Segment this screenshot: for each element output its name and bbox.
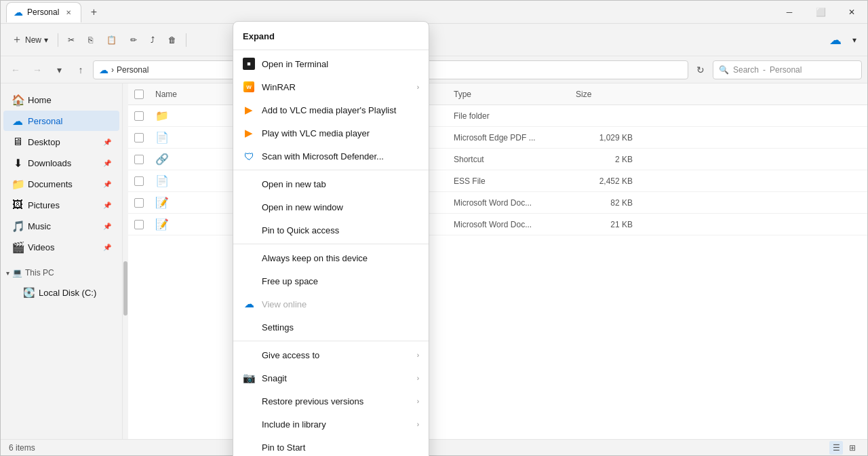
minimize-button[interactable]: ─ [774,1,805,24]
cm-defender[interactable]: 🛡 Scan with Microsoft Defender... [233,145,429,168]
close-button[interactable]: ✕ [836,1,867,24]
vlc-playlist-icon: ▶ [243,104,255,116]
search-icon: 🔍 [719,65,729,75]
grid-view-button[interactable]: ⊞ [846,441,859,455]
onedrive-toolbar-button[interactable]: ☁ [824,29,847,51]
cm-vlc-playlist[interactable]: ▶ Add to VLC media player's Playlist [233,98,429,121]
tab-close-button[interactable]: ✕ [63,7,74,18]
cm-always-keep[interactable]: Always keep on this device [233,246,429,269]
toolbar-more-button[interactable]: ▾ [847,29,862,51]
sidebar-item-videos[interactable]: 🎬 Videos 📌 [3,237,119,257]
share-button[interactable]: ⤴ [145,29,160,51]
header-checkbox-cell [128,90,150,99]
onedrive-icon: ☁ [12,115,24,128]
sidebar-item-personal[interactable]: ☁ Personal [3,111,119,131]
sidebar-item-music[interactable]: 🎵 Music 📌 [3,216,119,236]
sidebar-item-home[interactable]: 🏠 Home [3,90,119,110]
new-tab-button[interactable]: + [84,3,103,22]
paste-button[interactable]: 📋 [101,29,122,51]
refresh-button[interactable]: ↻ [691,60,710,79]
cm-open-new-window[interactable]: Open in new window [233,195,429,218]
cm-give-access[interactable]: Give access to › [233,343,429,366]
cm-settings-label: Settings [262,322,419,332]
paste-icon: 📋 [106,35,117,45]
file-type-5: Microsoft Word Doc... [448,198,570,208]
cut-button[interactable]: ✂ [62,29,80,51]
cm-pin-quick-access-label: Pin to Quick access [262,225,419,235]
cm-pin-start[interactable]: Pin to Start [233,436,429,456]
path-label: Personal [117,65,149,75]
terminal-icon: ■ [243,58,255,70]
cm-include-library[interactable]: Include in library › [233,413,429,436]
sidebar-item-desktop[interactable]: 🖥 Desktop 📌 [3,132,119,152]
cm-vlc-play[interactable]: ▶ Play with VLC media player [233,121,429,145]
copy-button[interactable]: ⎘ [83,29,98,51]
row-checkbox-5[interactable] [128,198,150,208]
sidebar: 🏠 Home ☁ Personal 🖥 Desktop 📌 ⬇ Download… [1,83,123,439]
sidebar-item-downloads[interactable]: ⬇ Downloads 📌 [3,153,119,173]
delete-button[interactable]: 🗑 [163,29,182,51]
vlc-play-icon: ▶ [243,127,255,139]
back-button[interactable]: ← [6,60,25,79]
search-box[interactable]: 🔍 Search - Personal [713,60,862,79]
path-cloud-icon: ☁ [99,64,108,75]
row-checkbox-6[interactable] [128,220,150,229]
header-checkbox[interactable] [134,90,144,99]
rename-icon: ✏ [130,35,137,45]
cm-open-new-tab-label: Open in new tab [262,179,419,189]
address-bar: ← → ▾ ↑ ☁ › Personal ↻ 🔍 Search - Person… [1,56,867,83]
desktop-icon: 🖥 [12,136,24,148]
cm-open-terminal[interactable]: ■ Open in Terminal [233,52,429,75]
cm-winrar-arrow-icon: › [417,83,419,91]
up-button[interactable]: ↑ [71,60,90,79]
folder-icon: 📁 [155,109,169,122]
sidebar-label-music: Music [28,221,51,231]
cm-free-space-label: Free up space [262,276,419,286]
pin-icon [243,224,255,236]
maximize-button[interactable]: ⬜ [805,1,836,24]
cm-free-space[interactable]: Free up space [233,269,429,292]
cm-open-new-tab[interactable]: Open in new tab [233,172,429,195]
cm-snagit[interactable]: 📷 Snagit › [233,366,429,390]
forward-button[interactable]: → [28,60,47,79]
toolbar-separator-2 [186,33,186,47]
sidebar-scroll-thumb [123,261,127,316]
sidebar-item-pictures[interactable]: 🖼 Pictures 📌 [3,195,119,215]
cm-pin-start-label: Pin to Start [262,442,419,453]
videos-icon: 🎬 [12,241,24,254]
rename-button[interactable]: ✏ [125,29,142,51]
sidebar-label-desktop: Desktop [28,137,60,147]
row-checkbox-4[interactable] [128,176,150,186]
keep-icon [243,252,255,264]
new-icon: ＋ [12,33,22,47]
cm-restore-versions[interactable]: Restore previous versions › [233,390,429,413]
pdf-icon: 📄 [155,131,169,144]
copy-icon: ⎘ [88,35,93,45]
cm-open-terminal-label: Open in Terminal [262,59,419,69]
cm-winrar[interactable]: W WinRAR › [233,75,429,98]
tab-personal[interactable]: ☁ Personal ✕ [6,2,81,22]
recent-locations-button[interactable]: ▾ [50,60,68,79]
row-checkbox-2[interactable] [128,133,150,142]
start-icon [243,441,255,453]
column-size-header: Size [570,90,638,99]
sidebar-item-local-disk[interactable]: 💽 Local Disk (C:) [3,283,119,302]
music-icon: 🎵 [12,220,24,233]
list-view-button[interactable]: ☰ [829,441,843,455]
cm-pin-quick-access[interactable]: Pin to Quick access [233,218,429,242]
cm-include-library-label: Include in library [262,419,410,430]
this-pc-header[interactable]: ▾ 💻 This PC [1,263,122,282]
cm-settings[interactable]: Settings [233,316,429,339]
row-checkbox-3[interactable] [128,155,150,164]
file-type-6: Microsoft Word Doc... [448,220,570,229]
file-size-3: 2 KB [570,155,638,164]
new-button[interactable]: ＋ New ▾ [6,29,54,51]
title-bar: ☁ Personal ✕ + ─ ⬜ ✕ [1,1,867,24]
row-checkbox-1[interactable] [128,111,150,121]
sidebar-scrollbar[interactable] [123,83,128,439]
sidebar-item-documents[interactable]: 📁 Documents 📌 [3,174,119,194]
pictures-icon: 🖼 [12,199,24,211]
defender-icon: 🛡 [243,150,255,162]
toolbar: ＋ New ▾ ✂ ⎘ 📋 ✏ ⤴ 🗑 ☁ ▾ [1,24,867,56]
delete-icon: 🗑 [168,35,176,45]
